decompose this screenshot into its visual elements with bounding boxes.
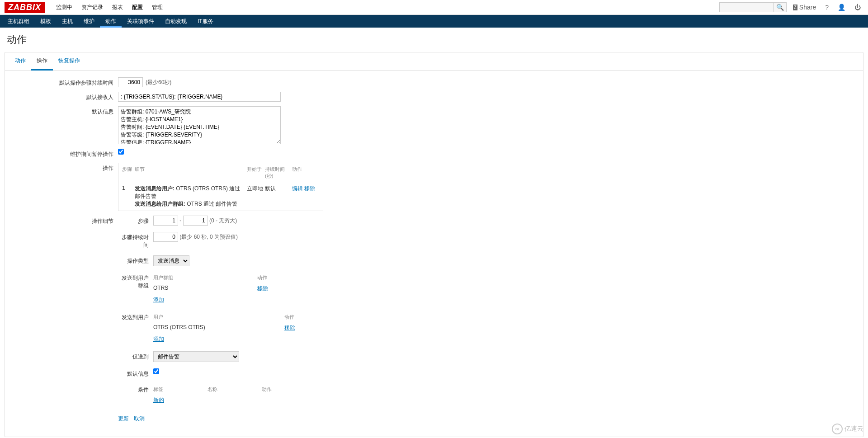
subnav-discovery[interactable]: 自动发现 [160,15,192,28]
step-duration-label: 步骤持续时间 [118,232,153,249]
nav-reports[interactable]: 报表 [108,0,127,15]
top-nav: ZABBIX 监测中 资产记录 报表 配置 管理 🔍 Z Share ? 👤 ⏻ [0,0,868,15]
default-duration-label: 默认操作步骤持续时间 [9,77,118,87]
default-msg-checkbox[interactable] [153,368,159,374]
user-remove-link[interactable]: 移除 [284,325,295,331]
user-add-link[interactable]: 添加 [153,335,164,343]
search-icon[interactable]: 🔍 [774,4,787,11]
only-send-label: 仅送到 [118,351,153,361]
nav-administration[interactable]: 管理 [147,0,167,15]
ops-header-duration: 持续时间(秒) [265,166,292,179]
ops-row-start: 立即地 [247,185,265,208]
operation-detail-label: 操作细节 [9,216,118,225]
only-send-select[interactable]: 邮件告警 [153,351,239,362]
send-group-label: 发送到用户群组 [118,273,153,290]
cond-header-name: 名称 [208,386,262,393]
page-title: 动作 [0,28,868,52]
ops-header-action: 动作 [292,166,319,179]
user-icon[interactable]: 👤 [835,2,848,13]
group-add-link[interactable]: 添加 [153,296,164,304]
form-area: 默认操作步骤持续时间 (最少60秒) 默认接收人 默认信息 维护期间暂停操作 [5,71,863,437]
ops-edit-link[interactable]: 编辑 [292,185,303,192]
nav-inventory[interactable]: 资产记录 [77,0,108,15]
nav-configuration[interactable]: 配置 [127,0,147,15]
share-button[interactable]: Z Share [790,2,819,13]
tab-recovery[interactable]: 恢复操作 [53,52,85,70]
share-icon: Z [793,5,797,10]
subnav-hostgroups[interactable]: 主机群组 [2,15,35,28]
default-msg-detail-label: 默认信息 [118,368,153,378]
power-icon[interactable]: ⏻ [852,2,863,13]
search-input[interactable] [719,2,774,12]
detail-update-link[interactable]: 更新 [118,415,129,422]
detail-cancel-link[interactable]: 取消 [134,415,145,422]
group-header-name: 用户群组 [153,274,257,281]
group-header-action: 动作 [257,274,284,281]
top-right: 🔍 Z Share ? 👤 ⏻ [719,2,863,13]
step-duration-input[interactable] [153,232,178,242]
op-type-label: 操作类型 [118,255,153,265]
maintenance-pause-label: 维护期间暂停操作 [9,149,118,158]
tab-action[interactable]: 动作 [9,52,31,70]
watermark-icon: ∞ [832,424,843,434]
group-remove-link[interactable]: 移除 [257,285,268,292]
help-icon[interactable]: ? [822,2,831,13]
logo: ZABBIX [5,2,45,13]
default-message-textarea[interactable] [118,106,281,144]
operations-row: 1 发送消息给用户: OTRS (OTRS OTRS) 通过 邮件告警 发送消息… [118,182,323,211]
group-row-name: OTRS [153,285,257,292]
op-type-select[interactable]: 发送消息 [153,255,189,266]
conditions-label: 条件 [118,384,153,394]
watermark: ∞ 亿速云 [832,424,863,434]
sub-nav: 主机群组 模板 主机 维护 动作 关联项事件 自动发现 IT服务 [0,15,868,28]
ops-remove-link[interactable]: 移除 [304,185,315,192]
user-header-action: 动作 [284,314,311,320]
step-duration-hint: (最少 60 秒, 0 为预设值) [179,234,238,240]
tabs: 动作 操作 恢复操作 [5,52,863,71]
subnav-correlation[interactable]: 关联项事件 [122,15,160,28]
operations-label: 操作 [9,163,118,172]
subnav-templates[interactable]: 模板 [35,15,57,28]
cond-header-tag: 标签 [153,386,208,393]
ops-row-duration: 默认 [265,185,292,208]
default-recipient-input[interactable] [118,92,281,102]
ops-header-step: 步骤 [122,166,135,179]
ops-header-start: 开始于 [247,166,265,179]
search-box: 🔍 [719,2,787,12]
user-row-name: OTRS (OTRS OTRS) [153,324,284,332]
tab-operations[interactable]: 操作 [31,52,53,71]
default-recipient-label: 默认接收人 [9,92,118,101]
maintenance-pause-checkbox[interactable] [118,149,124,155]
step-label: 步骤 [118,216,153,225]
default-duration-hint: (最少60秒) [146,79,171,86]
cond-new-link[interactable]: 新的 [153,396,164,404]
subnav-itservices[interactable]: IT服务 [192,15,219,28]
step-to-input[interactable] [183,216,208,226]
nav-monitoring[interactable]: 监测中 [52,0,77,15]
ops-row-step: 1 [122,185,135,208]
step-hint: (0 - 无穷大) [209,217,237,224]
subnav-hosts[interactable]: 主机 [57,15,78,28]
cond-header-action: 动作 [262,386,289,393]
default-message-label: 默认信息 [9,106,118,116]
ops-row-detail: 发送消息给用户: OTRS (OTRS OTRS) 通过 邮件告警 发送消息给用… [135,185,247,208]
ops-header-detail: 细节 [135,166,247,179]
step-from-input[interactable] [153,216,178,226]
user-header-name: 用户 [153,314,284,320]
content-box: 动作 操作 恢复操作 默认操作步骤持续时间 (最少60秒) 默认接收人 默认信息… [5,52,863,437]
default-duration-input[interactable] [118,77,143,87]
send-user-label: 发送到用户 [118,312,153,321]
operations-table: 步骤 细节 开始于 持续时间(秒) 动作 1 发送消息给用户: OTRS (OT… [118,163,323,211]
subnav-actions[interactable]: 动作 [100,15,122,28]
subnav-maintenance[interactable]: 维护 [78,15,100,28]
